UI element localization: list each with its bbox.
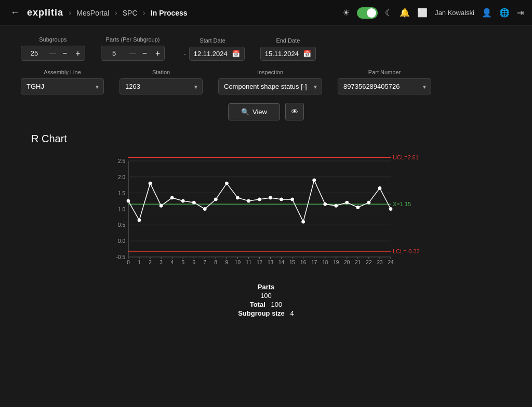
- breadcrumb-mesportal[interactable]: MesPortal: [76, 9, 109, 17]
- back-button[interactable]: ←: [8, 5, 22, 20]
- part-number-select-container: 897356289405726 897356289405727 89735628…: [338, 78, 431, 94]
- stepper-sep-2: —: [127, 49, 138, 57]
- moon-icon[interactable]: ☾: [385, 8, 392, 18]
- assembly-line-select[interactable]: TGHJ TGHA TGHB: [21, 78, 104, 94]
- svg-text:-0.5: -0.5: [116, 254, 126, 260]
- svg-point-76: [170, 196, 174, 199]
- station-control: Station 1263 1264 1265 ▼: [119, 69, 203, 94]
- parts-per-subgroup-label: Parts (Per Subgroup): [101, 36, 165, 43]
- globe-icon[interactable]: 🌐: [499, 8, 510, 18]
- inspection-control: Inspection Component shape status [-] Di…: [218, 69, 322, 94]
- assembly-line-control: Assembly Line TGHJ TGHA TGHB ▼: [21, 69, 104, 94]
- stats-section: Parts 100 Total 100 Subgroup size 4: [21, 283, 511, 317]
- monitor-icon[interactable]: ⬜: [417, 8, 428, 18]
- breadcrumb-sep-3: ›: [143, 8, 145, 18]
- inspection-select[interactable]: Component shape status [-] Diameter [mm]…: [218, 78, 322, 94]
- svg-text:15: 15: [289, 260, 296, 265]
- bell-icon[interactable]: 🔔: [400, 8, 410, 18]
- svg-text:12: 12: [257, 260, 263, 265]
- svg-point-75: [159, 204, 163, 207]
- total-label: Total: [250, 301, 265, 308]
- svg-point-74: [149, 182, 152, 185]
- svg-text:3: 3: [159, 260, 163, 265]
- svg-point-91: [335, 204, 338, 207]
- topbar: ← explitia › MesPortal › SPC › In Proces…: [0, 0, 532, 26]
- part-number-control: Part Number 897356289405726 897356289405…: [338, 69, 431, 94]
- start-date-field[interactable]: 12.11.2024 📅: [189, 47, 245, 61]
- station-select-container: 1263 1264 1265 ▼: [119, 78, 203, 94]
- svg-point-90: [324, 202, 327, 206]
- svg-text:X=1.15: X=1.15: [393, 201, 411, 207]
- svg-point-85: [269, 196, 272, 199]
- user-icon[interactable]: 👤: [482, 8, 492, 18]
- svg-text:0.0: 0.0: [118, 238, 125, 244]
- parts-label: Parts: [21, 283, 511, 291]
- view-button-label: View: [252, 108, 267, 116]
- breadcrumb-spc[interactable]: SPC: [123, 9, 138, 17]
- sun-icon[interactable]: ☀: [342, 8, 350, 18]
- start-date-label: Start Date: [180, 37, 244, 44]
- end-date-field[interactable]: 15.11.2024 📅: [260, 47, 316, 61]
- breadcrumb-in-process: In Process: [151, 9, 188, 17]
- start-date-control: Start Date - 12.11.2024 📅: [180, 37, 244, 61]
- svg-text:24: 24: [388, 260, 394, 265]
- svg-point-88: [302, 220, 305, 223]
- svg-text:0.5: 0.5: [118, 222, 125, 228]
- date-range-wrap: - 12.11.2024 📅: [180, 47, 244, 61]
- subgroups-value: 25: [21, 46, 47, 60]
- subgroups-label: Subgroups: [21, 36, 85, 43]
- svg-text:17: 17: [311, 260, 317, 265]
- total-stat: Total 100: [21, 301, 511, 308]
- svg-point-78: [192, 201, 195, 204]
- svg-text:1.0: 1.0: [118, 207, 125, 212]
- end-date-calendar-icon[interactable]: 📅: [303, 50, 311, 58]
- toggle-track[interactable]: [357, 7, 378, 19]
- svg-text:4: 4: [170, 260, 174, 265]
- controls-row-1: Subgroups 25 — − + Parts (Per Subgroup) …: [21, 36, 511, 61]
- subgroup-size-stat: Subgroup size 4: [21, 309, 511, 317]
- subgroups-stepper: 25 — − +: [21, 46, 85, 61]
- svg-text:2: 2: [149, 260, 152, 265]
- parts-per-subgroup-control: Parts (Per Subgroup) 5 — − +: [101, 36, 165, 61]
- toggle-thumb: [367, 8, 376, 18]
- parts-per-subgroup-increment[interactable]: +: [151, 47, 164, 60]
- stepper-sep-1: —: [47, 49, 58, 57]
- station-label: Station: [119, 69, 203, 75]
- subgroups-decrement[interactable]: −: [58, 47, 71, 60]
- logout-icon[interactable]: ⇥: [517, 8, 524, 18]
- parts-per-subgroup-decrement[interactable]: −: [138, 47, 151, 60]
- subgroup-size-value: 4: [290, 309, 294, 317]
- start-date-calendar-icon[interactable]: 📅: [232, 50, 240, 58]
- station-select[interactable]: 1263 1264 1265: [119, 78, 203, 94]
- date-range-dash: -: [180, 50, 189, 58]
- svg-point-81: [225, 182, 228, 185]
- eye-button[interactable]: 👁: [285, 103, 304, 120]
- svg-text:UCL=2.61: UCL=2.61: [393, 154, 419, 160]
- subgroups-control: Subgroups 25 — − +: [21, 36, 85, 61]
- parts-value: 100: [21, 292, 511, 300]
- r-chart-svg: -0.50.00.51.01.52.02.5012345678910111213…: [105, 153, 427, 273]
- search-icon: 🔍: [241, 108, 249, 116]
- svg-text:23: 23: [377, 260, 383, 265]
- svg-point-96: [389, 208, 392, 211]
- chart-container: -0.50.00.51.01.52.02.5012345678910111213…: [105, 153, 427, 273]
- svg-point-84: [258, 198, 261, 201]
- svg-point-80: [214, 198, 217, 201]
- end-date-control: End Date 15.11.2024 📅: [260, 37, 316, 61]
- theme-toggle[interactable]: [357, 7, 378, 19]
- svg-text:10: 10: [235, 260, 241, 265]
- view-button[interactable]: 🔍 View: [228, 103, 280, 120]
- svg-point-72: [127, 199, 130, 202]
- svg-text:6: 6: [192, 260, 195, 265]
- chart-title: R Chart: [31, 133, 511, 145]
- start-date-value: 12.11.2024: [194, 50, 228, 58]
- svg-text:2.5: 2.5: [118, 158, 125, 164]
- subgroups-increment[interactable]: +: [71, 47, 84, 60]
- controls-row-2: Assembly Line TGHJ TGHA TGHB ▼ Station 1…: [21, 69, 511, 94]
- main-content: Subgroups 25 — − + Parts (Per Subgroup) …: [0, 26, 532, 329]
- svg-point-83: [247, 199, 250, 202]
- svg-text:0: 0: [127, 260, 130, 265]
- logo: explitia: [27, 7, 63, 18]
- svg-point-87: [291, 198, 294, 201]
- part-number-select[interactable]: 897356289405726 897356289405727 89735628…: [338, 78, 431, 94]
